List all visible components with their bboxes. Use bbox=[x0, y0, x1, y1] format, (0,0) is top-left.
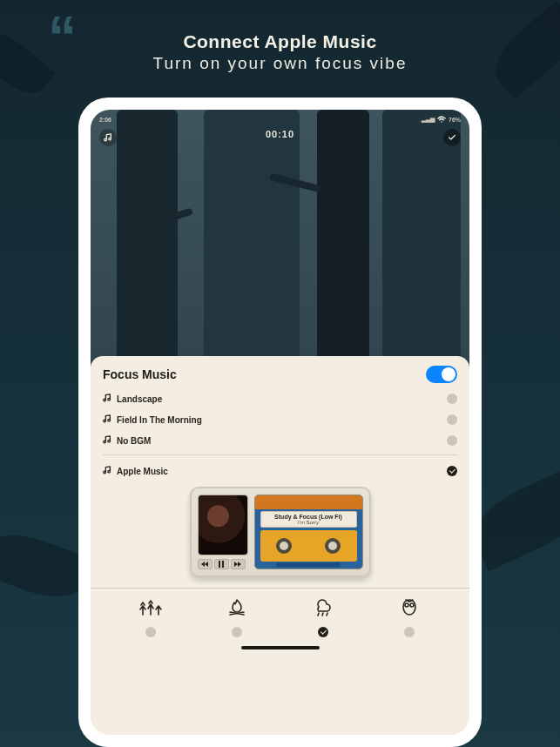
radio-unselected[interactable] bbox=[447, 394, 457, 404]
divider bbox=[103, 454, 457, 455]
radio-selected[interactable] bbox=[447, 466, 457, 476]
tab-indicator bbox=[145, 627, 156, 637]
fire-icon bbox=[225, 597, 249, 620]
radio-unselected[interactable] bbox=[447, 435, 457, 446]
signal-icon: ▂▃▅ bbox=[422, 116, 435, 123]
ambience-tabs bbox=[103, 589, 457, 641]
tab-indicator bbox=[404, 627, 415, 637]
track-row-apple-music[interactable]: Apple Music bbox=[103, 461, 457, 481]
status-bar: 2:06 ▂▃▅ 76% bbox=[91, 113, 469, 125]
wifi-icon bbox=[437, 116, 446, 124]
promo-subtitle: Turn on your own focus vibe bbox=[0, 54, 560, 73]
next-button[interactable] bbox=[231, 559, 246, 569]
battery-icon: 76% bbox=[449, 117, 461, 123]
ipad-frame: 2:06 ▂▃▅ 76% 00:10 bbox=[78, 98, 482, 747]
svg-point-0 bbox=[405, 603, 408, 607]
ambience-tab-rain[interactable] bbox=[311, 597, 335, 637]
music-note-icon bbox=[103, 466, 111, 476]
tab-indicator bbox=[318, 627, 328, 637]
focus-music-sheet: Focus Music Landscape bbox=[91, 356, 469, 735]
track-row-nobgm[interactable]: No BGM bbox=[103, 430, 457, 451]
track-label: Field In The Morning bbox=[117, 415, 202, 425]
now-playing-title: Study & Focus (Low Fi) bbox=[264, 514, 354, 520]
radio-unselected[interactable] bbox=[447, 414, 457, 425]
ambience-tab-forest[interactable] bbox=[138, 597, 163, 637]
prev-button[interactable] bbox=[198, 559, 213, 569]
forest-illustration: 2:06 ▂▃▅ 76% 00:10 bbox=[91, 110, 469, 367]
track-label: No BGM bbox=[117, 436, 151, 446]
app-screen: 2:06 ▂▃▅ 76% 00:10 bbox=[91, 110, 469, 735]
forest-icon bbox=[138, 597, 163, 620]
music-note-icon bbox=[103, 394, 111, 404]
promo-background: “ Connect Apple Music Turn on your own f… bbox=[0, 0, 560, 747]
status-time: 2:06 bbox=[99, 117, 111, 123]
ambience-tab-owl[interactable] bbox=[397, 597, 422, 637]
focus-timer: 00:10 bbox=[91, 129, 469, 139]
promo-title: Connect Apple Music bbox=[0, 31, 560, 52]
cassette-player: Study & Focus (Low Fi) I'm Sorry bbox=[190, 487, 371, 577]
track-label: Apple Music bbox=[117, 467, 168, 476]
music-note-icon bbox=[103, 414, 111, 425]
pause-button[interactable] bbox=[214, 559, 229, 569]
focus-music-toggle[interactable] bbox=[426, 366, 457, 383]
sheet-title: Focus Music bbox=[103, 367, 177, 381]
owl-icon bbox=[397, 597, 422, 620]
album-art bbox=[198, 495, 248, 555]
tab-indicator bbox=[232, 627, 242, 637]
cassette-tape: Study & Focus (Low Fi) I'm Sorry bbox=[254, 495, 363, 569]
now-playing-subtitle: I'm Sorry bbox=[264, 520, 354, 525]
home-indicator[interactable] bbox=[241, 646, 320, 649]
track-row-field[interactable]: Field In The Morning bbox=[103, 409, 457, 430]
track-row-landscape[interactable]: Landscape bbox=[103, 388, 457, 409]
music-note-icon bbox=[103, 435, 111, 446]
confirm-button[interactable] bbox=[443, 129, 461, 146]
svg-point-1 bbox=[410, 603, 414, 607]
track-label: Landscape bbox=[117, 394, 162, 404]
rain-icon bbox=[311, 597, 335, 620]
ambience-tab-fire[interactable] bbox=[225, 597, 249, 637]
promo-headline: Connect Apple Music Turn on your own foc… bbox=[0, 31, 560, 73]
